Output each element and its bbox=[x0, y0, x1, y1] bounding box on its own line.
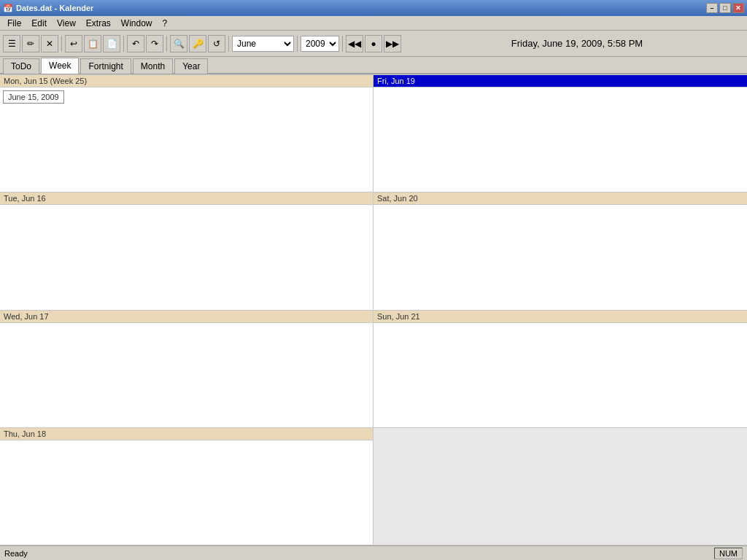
nav-prev-button[interactable]: ◀◀ bbox=[346, 35, 363, 52]
day-cell-empty bbox=[374, 428, 747, 545]
day-header-wed: Wed, Jun 17 bbox=[0, 311, 373, 323]
maximize-button[interactable]: □ bbox=[719, 3, 731, 13]
day-content-sat[interactable] bbox=[374, 205, 747, 309]
refresh-button[interactable]: ↺ bbox=[208, 35, 225, 52]
key-button[interactable]: 🔑 bbox=[189, 35, 206, 52]
menu-view[interactable]: View bbox=[53, 17, 80, 30]
nav-next-button[interactable]: ▶▶ bbox=[384, 35, 401, 52]
menu-edit[interactable]: Edit bbox=[27, 17, 51, 30]
close-button[interactable]: ✕ bbox=[732, 3, 744, 13]
month-select[interactable]: JanuaryFebruaryMarch AprilMayJune JulyAu… bbox=[232, 36, 294, 52]
app-window: 📅 Dates.dat - Kalender – □ ✕ File Edit V… bbox=[0, 0, 747, 560]
num-indicator: NUM bbox=[714, 548, 743, 559]
menu-window[interactable]: Window bbox=[117, 17, 157, 30]
search-button[interactable]: 🔍 bbox=[170, 35, 187, 52]
calendar-area: Mon, Jun 15 (Week 25) June 15, 2009 Fri,… bbox=[0, 74, 747, 545]
menu-help[interactable]: ? bbox=[158, 17, 172, 30]
day-content-sun[interactable] bbox=[374, 323, 747, 427]
toolbar-separator-2 bbox=[123, 36, 124, 52]
title-bar: 📅 Dates.dat - Kalender – □ ✕ bbox=[0, 0, 747, 16]
day-cell-wed[interactable]: Wed, Jun 17 bbox=[0, 311, 374, 428]
day-cell-sun[interactable]: Sun, Jun 21 bbox=[374, 311, 747, 428]
title-bar-left: 📅 Dates.dat - Kalender bbox=[3, 4, 93, 13]
paste-button[interactable]: 📄 bbox=[103, 35, 120, 52]
day-content-tue[interactable] bbox=[0, 205, 373, 309]
toolbar-separator-6 bbox=[342, 36, 343, 52]
tab-year[interactable]: Year bbox=[174, 58, 208, 74]
day-content-thu[interactable] bbox=[0, 440, 373, 545]
menu-bar: File Edit View Extras Window ? bbox=[0, 16, 747, 31]
undo2-button[interactable]: ↶ bbox=[127, 35, 144, 52]
menu-file[interactable]: File bbox=[3, 17, 26, 30]
status-text: Ready bbox=[4, 549, 28, 558]
current-date-display: Friday, June 19, 2009, 5:58 PM bbox=[410, 38, 744, 49]
day-cell-thu[interactable]: Thu, Jun 18 bbox=[0, 428, 374, 545]
new-button[interactable]: ☰ bbox=[3, 35, 20, 52]
day-header-mon: Mon, Jun 15 (Week 25) bbox=[0, 75, 373, 88]
tab-fortnight[interactable]: Fortnight bbox=[80, 58, 131, 74]
day-header-sat: Sat, Jun 20 bbox=[374, 192, 747, 205]
edit-button[interactable]: ✏ bbox=[22, 35, 39, 52]
day-content-mon[interactable]: June 15, 2009 bbox=[0, 88, 373, 192]
tab-week[interactable]: Week bbox=[41, 58, 79, 74]
toolbar-separator-5 bbox=[297, 36, 298, 52]
copy-button[interactable]: 📋 bbox=[84, 35, 101, 52]
window-icon: 📅 bbox=[3, 4, 13, 13]
day-content-fri[interactable] bbox=[374, 88, 747, 192]
tab-bar: ToDo Week Fortnight Month Year bbox=[0, 57, 747, 74]
title-bar-buttons: – □ ✕ bbox=[706, 3, 744, 13]
day-cell-mon[interactable]: Mon, Jun 15 (Week 25) June 15, 2009 bbox=[0, 75, 374, 192]
tab-month[interactable]: Month bbox=[133, 58, 173, 74]
nav-today-button[interactable]: ● bbox=[365, 35, 382, 52]
day-content-empty bbox=[374, 428, 747, 545]
day-header-sun: Sun, Jun 21 bbox=[374, 311, 747, 323]
window-title: Dates.dat - Kalender bbox=[16, 4, 93, 12]
day-cell-sat[interactable]: Sat, Jun 20 bbox=[374, 192, 747, 310]
redo-button[interactable]: ↷ bbox=[146, 35, 163, 52]
day-cell-fri[interactable]: Fri, Jun 19 bbox=[374, 75, 747, 192]
delete-button[interactable]: ✕ bbox=[41, 35, 58, 52]
day-header-thu: Thu, Jun 18 bbox=[0, 428, 373, 440]
undo-button[interactable]: ↩ bbox=[65, 35, 82, 52]
year-select[interactable]: 200720082009 20102011 bbox=[301, 36, 339, 52]
date-label-mon: June 15, 2009 bbox=[3, 90, 64, 104]
day-header-tue: Tue, Jun 16 bbox=[0, 192, 373, 205]
calendar-grid: Mon, Jun 15 (Week 25) June 15, 2009 Fri,… bbox=[0, 74, 747, 545]
minimize-button[interactable]: – bbox=[706, 3, 718, 13]
menu-extras[interactable]: Extras bbox=[82, 17, 115, 30]
toolbar-separator-4 bbox=[228, 36, 229, 52]
day-cell-tue[interactable]: Tue, Jun 16 bbox=[0, 192, 374, 310]
status-bar: Ready NUM bbox=[0, 545, 747, 560]
toolbar: ☰ ✏ ✕ ↩ 📋 📄 ↶ ↷ 🔍 🔑 ↺ JanuaryFebruaryMar… bbox=[0, 31, 747, 57]
day-content-wed[interactable] bbox=[0, 323, 373, 427]
toolbar-separator-3 bbox=[166, 36, 167, 52]
day-header-fri: Fri, Jun 19 bbox=[374, 75, 747, 88]
tab-todo[interactable]: ToDo bbox=[3, 58, 39, 74]
toolbar-separator-1 bbox=[61, 36, 62, 52]
